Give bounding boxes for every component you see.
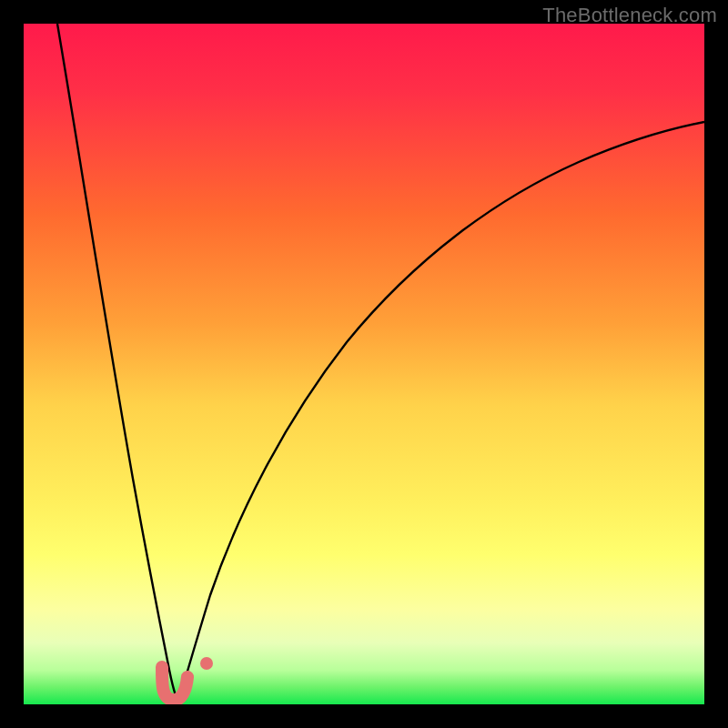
plot-frame xyxy=(24,24,704,704)
bottleneck-curve xyxy=(24,24,704,704)
curve-left-branch xyxy=(57,24,178,702)
dot-marker xyxy=(200,657,213,670)
watermark-text: TheBottleneck.com xyxy=(542,4,717,27)
curve-right-branch xyxy=(178,122,704,702)
u-marker xyxy=(162,667,187,700)
